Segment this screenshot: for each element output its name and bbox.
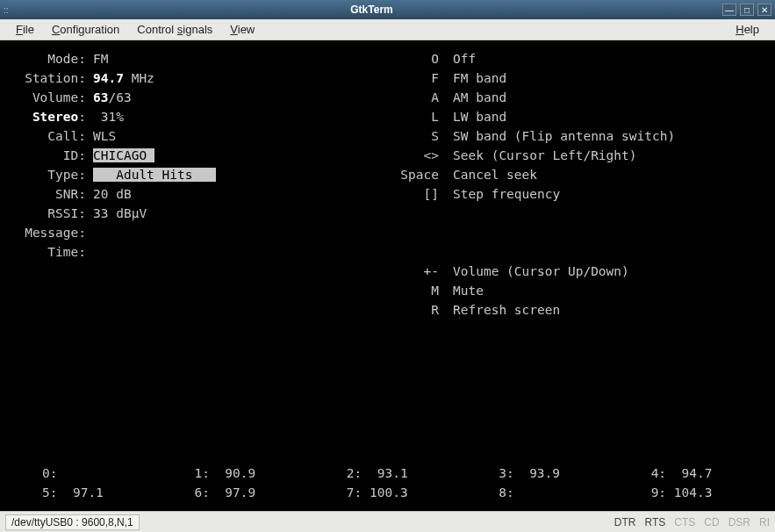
help-text: Seek (Cursor Left/Right): [453, 148, 637, 162]
id-label: ID:: [7, 146, 86, 165]
help-text: Volume (Cursor Up/Down): [453, 264, 629, 278]
preset-2: 2: 93.1: [312, 464, 463, 483]
preset-7: 7: 100.3: [312, 483, 463, 502]
preset-8: 8:: [463, 483, 615, 502]
status-port: /dev/ttyUSB0 : 9600,8,N,1: [5, 514, 140, 530]
window-title: GtkTerm: [21, 4, 722, 16]
rssi-label: RSSI:: [7, 204, 86, 223]
rssi-value: 33 dBµV: [93, 204, 147, 223]
mode-value: FM: [93, 49, 108, 68]
help-key: L: [386, 107, 439, 126]
help-text: Mute: [453, 284, 484, 298]
help-key: Space: [386, 165, 439, 184]
help-text: Off: [453, 52, 476, 66]
station-label: Station:: [7, 68, 86, 88]
app-icon: ::: [4, 5, 16, 15]
status-ri: RI: [759, 516, 770, 528]
stereo-value: 31%: [93, 107, 124, 126]
type-value: Adult Hits: [93, 168, 216, 182]
minimize-button[interactable]: —: [722, 4, 736, 16]
preset-9: 9: 104.3: [616, 483, 768, 502]
preset-1: 1: 90.9: [159, 464, 311, 483]
status-dsr: DSR: [728, 516, 750, 528]
help-key: +-: [386, 262, 439, 281]
help-text: LW band: [453, 110, 506, 124]
type-label: Type:: [7, 165, 86, 184]
volume-label: Volume:: [7, 88, 86, 107]
help-key: O: [386, 49, 439, 68]
help-text: FM band: [453, 71, 506, 85]
station-freq: 94.7: [93, 71, 124, 85]
help-key: []: [386, 184, 439, 204]
status-dtr[interactable]: DTR: [614, 516, 636, 528]
menubar: File Configuration Control signals View …: [0, 19, 775, 40]
volume-max: /63: [108, 90, 131, 104]
volume-value: 63: [93, 90, 108, 104]
preset-list: 0: 1: 90.9 2: 93.1 3: 93.9 4: 94.7 5: 97…: [7, 464, 768, 502]
mode-label: Mode:: [7, 49, 86, 68]
call-label: Call:: [7, 126, 86, 146]
preset-0: 0:: [7, 464, 159, 483]
time-label: Time:: [7, 242, 86, 262]
help-text: SW band (Flip antenna switch): [453, 129, 675, 143]
maximize-button[interactable]: □: [740, 4, 754, 16]
snr-value: 20 dB: [93, 184, 132, 204]
help-key: <>: [386, 146, 439, 165]
help-key: S: [386, 126, 439, 146]
help-commands: OOff FFM band AAM band LLW band SSW band…: [386, 49, 675, 320]
snr-label: SNR:: [7, 184, 86, 204]
help-text: Refresh screen: [453, 303, 560, 317]
call-value: WLS: [93, 126, 116, 146]
help-text: Cancel seek: [453, 168, 537, 182]
help-key: A: [386, 88, 439, 107]
preset-5: 5: 97.1: [7, 483, 159, 502]
status-rts[interactable]: RTS: [645, 516, 666, 528]
help-text: Step frequency: [453, 187, 560, 201]
status-signals: DTR RTS CTS CD DSR RI: [614, 516, 770, 528]
preset-3: 3: 93.9: [463, 464, 615, 483]
message-label: Message:: [7, 223, 86, 242]
preset-6: 6: 97.9: [159, 483, 311, 502]
help-key: M: [386, 281, 439, 300]
help-text: AM band: [453, 90, 506, 104]
close-button[interactable]: ✕: [757, 4, 771, 16]
status-cd: CD: [704, 516, 719, 528]
titlebar: :: GtkTerm — □ ✕: [0, 0, 775, 19]
stereo-label: Stereo: [32, 110, 78, 124]
menu-help[interactable]: Help: [727, 21, 768, 38]
id-value: CHICAGO: [93, 148, 154, 162]
window-controls: — □ ✕: [722, 4, 771, 16]
menu-file[interactable]: File: [7, 21, 43, 38]
help-key: F: [386, 68, 439, 88]
menu-view[interactable]: View: [221, 21, 263, 38]
status-cts: CTS: [674, 516, 695, 528]
statusbar: /dev/ttyUSB0 : 9600,8,N,1 DTR RTS CTS CD…: [0, 511, 775, 532]
station-unit: MHz: [124, 71, 154, 85]
help-key: R: [386, 300, 439, 320]
menu-configuration[interactable]: Configuration: [43, 21, 128, 38]
preset-4: 4: 94.7: [616, 464, 768, 483]
terminal-output: Mode:FM Station:94.7 MHz Volume:63/63 St…: [0, 40, 775, 511]
menu-control-signals[interactable]: Control signals: [128, 21, 221, 38]
